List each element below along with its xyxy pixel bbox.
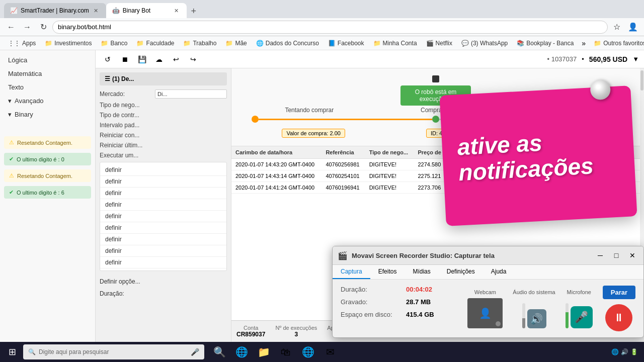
rec-tab-efeitos[interactable]: Efeitos — [370, 265, 405, 279]
rec-tab-midias[interactable]: Mídias — [405, 265, 438, 279]
define-item-8[interactable]: definir — [100, 245, 226, 257]
define-item-2[interactable]: definir — [100, 176, 226, 188]
bookmark-mae[interactable]: 📁 Mãe — [221, 39, 251, 48]
define-item-9[interactable]: definir — [100, 257, 226, 268]
bookmark-whatsapp[interactable]: 💬 (3) WhatsApp — [457, 39, 512, 48]
bookmarks-bar: ⋮⋮ Apps 📁 Investimentos 📁 Banco 📁 Faculd… — [0, 36, 644, 50]
sidebar-item-matematica[interactable]: Matemática — [0, 67, 95, 80]
refresh-button[interactable]: ↻ — [36, 20, 50, 34]
refresh-tool-button[interactable]: ↺ — [101, 52, 115, 66]
start-button[interactable]: ⊞ — [2, 343, 22, 361]
bookmark-faculdade[interactable]: 📁 Faculdade — [132, 39, 178, 48]
tab-close-1[interactable]: ✕ — [92, 7, 100, 15]
bookmark-outros[interactable]: 📁 Outros favoritos — [590, 39, 644, 48]
back-button[interactable]: ← — [4, 20, 18, 34]
bookmarks-more-button[interactable]: » — [579, 38, 589, 48]
tab-binarybot[interactable]: 🤖 Binary Bot ✕ — [106, 3, 187, 18]
folder-icon-outros: 📁 — [594, 40, 601, 47]
new-tab-button[interactable]: + — [187, 4, 201, 18]
currency-dropdown-icon[interactable]: ▼ — [632, 55, 639, 63]
recorder-maximize-button[interactable]: □ — [610, 249, 622, 261]
define-item-7[interactable]: definir — [100, 234, 226, 245]
bookmark-dados[interactable]: 🌐 Dados do Concurso — [252, 39, 323, 48]
bookmark-bookplay[interactable]: 📚 Bookplay - Banca — [513, 39, 578, 48]
taskbar-app-store[interactable]: 🛍 — [276, 343, 296, 361]
bookmark-apps[interactable]: ⋮⋮ Apps — [4, 39, 40, 48]
address-bar[interactable] — [52, 21, 608, 34]
warning-icon-2: ⚠ — [9, 172, 14, 179]
cell-1: 40760254101 — [321, 170, 365, 182]
define-item-1[interactable]: definir — [100, 164, 226, 176]
apps-icon: ⋮⋮ — [8, 40, 20, 47]
sidebar-item-texto[interactable]: Texto — [0, 80, 95, 94]
define-item-5[interactable]: definir — [100, 211, 226, 222]
duration-row: Duração: 00:04:02 — [341, 286, 452, 293]
rec-tab-ajuda[interactable]: Ajuda — [483, 265, 515, 279]
audio-controls: 🔊 — [522, 298, 546, 328]
cloud-tool-button[interactable]: ☁ — [152, 52, 166, 66]
rec-tab-captura[interactable]: Captura — [333, 265, 370, 279]
stop-recording-button[interactable]: Parar — [603, 286, 635, 299]
sidebar-item-binary[interactable]: ▾ Binary — [0, 108, 95, 121]
field-label-reiniciar-con: Reiniciar con... — [100, 132, 155, 139]
account-button[interactable]: 👤 — [626, 20, 640, 34]
define-item-6[interactable]: definir — [100, 222, 226, 234]
taskbar-app-mail[interactable]: ✉ — [320, 343, 340, 361]
disk-row: Espaço em disco: 415.4 GB — [341, 311, 452, 318]
undo-tool-button[interactable]: ↩ — [169, 52, 183, 66]
define-item-4[interactable]: definir — [100, 199, 226, 211]
bookmark-minhaconta[interactable]: 📁 Minha Conta — [369, 39, 421, 48]
status-text-4: O ultimo digito é : 6 — [17, 190, 64, 196]
tab-smarttrader[interactable]: 📈 SmartTrader | Binary.com ✕ — [4, 3, 106, 18]
bookmark-label-1: Investimentos — [54, 40, 92, 47]
audio-system-button[interactable]: 🔊 — [527, 309, 546, 328]
bookmark-button[interactable]: ☆ — [610, 20, 624, 34]
save-tool-button[interactable]: 💾 — [135, 52, 149, 66]
facebook-icon: 📘 — [328, 40, 336, 47]
webcam-indicator — [496, 321, 501, 326]
taskbar-app-chrome[interactable]: 🌐 — [298, 343, 318, 361]
tab-close-2[interactable]: ✕ — [173, 7, 181, 15]
taskbar-app-edge[interactable]: 🌐 — [231, 343, 252, 361]
mic-icon: 🎤 — [191, 348, 199, 356]
cell-0: 2020-01-07 14:41:24 GMT-0400 — [231, 182, 321, 194]
cell-1: 40760196941 — [321, 182, 365, 194]
separator: • — [582, 55, 584, 63]
tab-bar: 📈 SmartTrader | Binary.com ✕ 🤖 Binary Bo… — [0, 0, 644, 18]
recorder-close-button[interactable]: ✕ — [626, 249, 638, 261]
recorder-main: Duração: 00:04:02 Gravado: 28.7 MB Espaç… — [341, 286, 635, 331]
recorder-minimize-button[interactable]: ─ — [594, 249, 606, 261]
taskbar-app-cortana[interactable]: 🔍 — [209, 343, 229, 361]
cell-0: 2020-01-07 14:43:20 GMT-0400 — [231, 159, 321, 170]
warning-icon-1: ⚠ — [9, 139, 14, 146]
define-item-3[interactable]: definir — [100, 188, 226, 199]
taskbar-search[interactable]: 🔍 Digite aqui para pesquisar 🎤 — [23, 344, 204, 359]
pause-recording-button[interactable]: ⏸ — [605, 304, 632, 331]
mic-button[interactable]: 🎤 — [571, 306, 593, 328]
sidebar-label-texto: Texto — [8, 83, 24, 91]
webcam-icon: 👤 — [479, 307, 492, 319]
rec-tab-definicoes[interactable]: Definições — [439, 265, 483, 279]
bookmark-banco[interactable]: 📁 Banco — [97, 39, 131, 48]
disk-value: 415.4 GB — [406, 311, 434, 318]
recorder-title: Movavi Screen Recorder Studio: Capturar … — [352, 252, 590, 259]
sidebar-item-avancado[interactable]: ▾ Avançado — [0, 94, 95, 108]
cell-2: DIGITEVE! — [365, 159, 414, 170]
bookmark-trabalho[interactable]: 📁 Trabalho — [179, 39, 220, 48]
cell-2: DIGITEVE! — [365, 170, 414, 182]
stop-tool-button[interactable]: ⏹ — [118, 52, 132, 66]
recorder-controls: Webcam 👤 Áudio do sistema 🔊 — [467, 286, 635, 331]
folder-icon-2: 📁 — [101, 40, 108, 47]
forward-button[interactable]: → — [20, 20, 34, 34]
bookmark-facebook[interactable]: 📘 Facebook — [324, 39, 368, 48]
bookmark-investimentos[interactable]: 📁 Investimentos — [41, 39, 96, 48]
tab-title-2: Binary Bot — [123, 7, 170, 14]
define-section: definir definir definir definir definir … — [100, 162, 227, 271]
notification-overlay: ative as notificações — [439, 85, 637, 226]
taskbar-app-explorer[interactable]: 📁 — [254, 343, 274, 361]
status-text-3: Resetando Contagem. — [17, 173, 72, 179]
redo-tool-button[interactable]: ↪ — [186, 52, 200, 66]
th-datetime: Carimbo de data/hora — [231, 146, 321, 159]
sidebar-item-logica[interactable]: Lógica — [0, 53, 95, 67]
bookmark-netflix[interactable]: 🎬 Netflix — [422, 39, 456, 48]
